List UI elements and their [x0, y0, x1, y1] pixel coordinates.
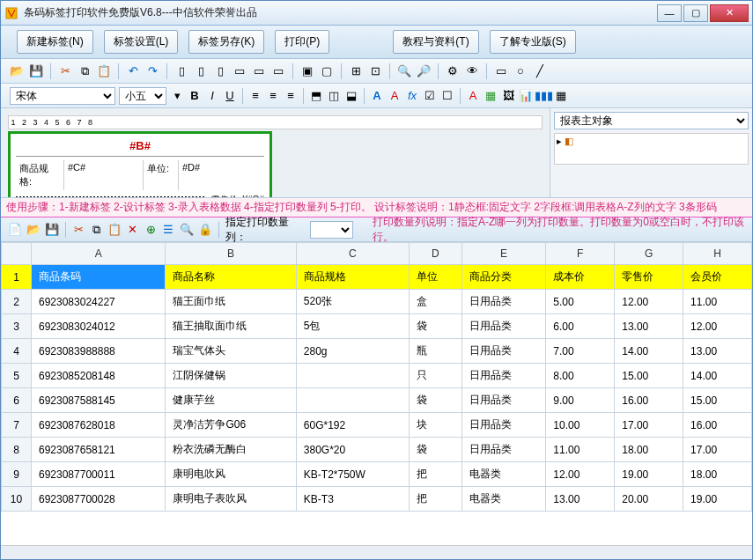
- property-tree[interactable]: ▸ ◧: [554, 133, 749, 165]
- data-cell[interactable]: 把: [409, 487, 461, 512]
- data-cell[interactable]: 只: [409, 364, 461, 388]
- data-cell[interactable]: 6923087700028: [32, 487, 166, 512]
- data-cell[interactable]: 5包: [296, 314, 409, 339]
- data-cell[interactable]: 16.00: [683, 413, 752, 438]
- data-cell[interactable]: 块: [409, 413, 461, 438]
- grid-cut-icon[interactable]: ✂: [72, 223, 85, 237]
- text-tool-icon[interactable]: A: [466, 89, 480, 103]
- row-number[interactable]: 6: [2, 388, 32, 413]
- grid-rows-icon[interactable]: ☰: [162, 223, 175, 237]
- data-cell[interactable]: 11.00: [546, 438, 615, 462]
- data-cell[interactable]: 19.00: [615, 462, 683, 487]
- table-row[interactable]: 96923087700011康明电吹风KB-T2*750W把电器类12.0019…: [2, 462, 752, 487]
- col-header[interactable]: G: [615, 243, 683, 265]
- text-align-left-icon[interactable]: ≡: [248, 89, 262, 103]
- italic-icon[interactable]: I: [205, 89, 219, 103]
- grid-icon[interactable]: ⊞: [349, 64, 363, 78]
- chart-tool-icon[interactable]: 📊: [519, 89, 533, 103]
- data-cell[interactable]: 猫王抽取面巾纸: [166, 314, 296, 339]
- line-tool-icon[interactable]: ╱: [533, 64, 547, 78]
- data-grid[interactable]: ABCDEFGH1商品条码商品名称商品规格单位商品分类成本价零售价会员价2692…: [1, 242, 752, 545]
- data-cell[interactable]: 康明电子表吹风: [166, 487, 296, 512]
- data-cell[interactable]: 6.00: [546, 314, 615, 339]
- data-cell[interactable]: 12.00: [615, 290, 683, 314]
- align-mid-icon[interactable]: ▭: [252, 64, 266, 78]
- data-cell[interactable]: 13.00: [615, 314, 683, 339]
- data-cell[interactable]: 60G*192: [296, 413, 409, 438]
- data-cell[interactable]: 6923083024012: [32, 314, 166, 339]
- table-row[interactable]: 106923087700028康明电子表吹风KB-T3把电器类13.0020.0…: [2, 487, 752, 512]
- data-cell[interactable]: 江阴保健锅: [166, 364, 296, 388]
- table-row[interactable]: 36923083024012猫王抽取面巾纸5包袋日用品类6.0013.0012.…: [2, 314, 752, 339]
- redo-icon[interactable]: ↷: [145, 64, 159, 78]
- data-cell[interactable]: 14.00: [615, 339, 683, 364]
- header-cell[interactable]: 会员价: [683, 265, 752, 290]
- data-cell[interactable]: 灵净洁芳争G06: [166, 413, 296, 438]
- data-cell[interactable]: KB-T2*750W: [296, 462, 409, 487]
- canvas[interactable]: 1 2 3 4 5 6 7 8 #B# 商品规格: #C# 单位: #D# 零售…: [1, 108, 550, 197]
- textcolor-icon[interactable]: A: [370, 89, 384, 103]
- row-number[interactable]: 3: [2, 314, 32, 339]
- data-cell[interactable]: 6923087700011: [32, 462, 166, 487]
- grid-delete-icon[interactable]: ✕: [126, 223, 139, 237]
- align-right-icon[interactable]: ▯: [213, 64, 227, 78]
- table-row[interactable]: 46923083988888瑞宝气体头280g瓶日用品类7.0014.0013.…: [2, 339, 752, 364]
- data-cell[interactable]: 6923085208148: [32, 364, 166, 388]
- data-cell[interactable]: 11.00: [683, 290, 752, 314]
- data-cell[interactable]: 10.00: [546, 413, 615, 438]
- font-family-select[interactable]: 宋体: [10, 87, 115, 105]
- data-cell[interactable]: 健康芋丝: [166, 388, 296, 413]
- row-number[interactable]: 10: [2, 487, 32, 512]
- object-selector[interactable]: 报表主对象: [554, 112, 749, 129]
- circle-tool-icon[interactable]: ○: [513, 64, 528, 78]
- row-number[interactable]: 4: [2, 339, 32, 364]
- header-cell[interactable]: 零售价: [615, 265, 683, 290]
- front-icon[interactable]: ▣: [300, 64, 314, 78]
- data-cell[interactable]: 19.00: [683, 487, 752, 512]
- data-cell[interactable]: 17.00: [683, 438, 752, 462]
- row-number[interactable]: 2: [2, 290, 32, 314]
- data-cell[interactable]: 日用品类: [461, 413, 545, 438]
- data-cell[interactable]: [296, 364, 409, 388]
- valign-bot-icon[interactable]: ⬓: [344, 89, 358, 103]
- header-cell[interactable]: 商品规格: [296, 265, 409, 290]
- chk-icon[interactable]: ☐: [440, 89, 454, 103]
- data-cell[interactable]: 380G*20: [296, 438, 409, 462]
- data-cell[interactable]: 日用品类: [461, 314, 545, 339]
- data-cell[interactable]: 瓶: [409, 339, 461, 364]
- grid-open-icon[interactable]: 📂: [26, 223, 41, 237]
- table-row[interactable]: 76923087628018灵净洁芳争G0660G*192块日用品类10.001…: [2, 413, 752, 438]
- data-cell[interactable]: 6923087658121: [32, 438, 166, 462]
- row-number[interactable]: 1: [2, 265, 32, 290]
- paste-icon[interactable]: 📋: [97, 64, 111, 78]
- undo-icon[interactable]: ↶: [126, 64, 140, 78]
- align-bot-icon[interactable]: ▭: [271, 64, 285, 78]
- preview-icon[interactable]: 👁: [465, 64, 479, 78]
- grid-paste-icon[interactable]: 📋: [107, 223, 122, 237]
- text-align-center-icon[interactable]: ≡: [266, 89, 280, 103]
- data-cell[interactable]: 6923087588145: [32, 388, 166, 413]
- snap-icon[interactable]: ⊡: [368, 64, 382, 78]
- data-cell[interactable]: 15.00: [683, 388, 752, 413]
- open-icon[interactable]: 📂: [10, 64, 24, 78]
- data-cell[interactable]: 12.00: [546, 462, 615, 487]
- col-header[interactable]: A: [32, 243, 166, 265]
- align-top-icon[interactable]: ▭: [233, 64, 247, 78]
- col-header[interactable]: H: [683, 243, 752, 265]
- bold-icon[interactable]: B: [188, 89, 202, 103]
- qr-tool-icon[interactable]: ▦: [554, 89, 568, 103]
- data-cell[interactable]: 猫王面巾纸: [166, 290, 296, 314]
- data-cell[interactable]: 粉衣洗磷无酶白: [166, 438, 296, 462]
- zoom-in-icon[interactable]: 🔍: [397, 64, 411, 78]
- data-cell[interactable]: 7.00: [546, 339, 615, 364]
- data-cell[interactable]: 电器类: [461, 487, 545, 512]
- zoom-out-icon[interactable]: 🔎: [417, 64, 431, 78]
- table-row[interactable]: 86923087658121粉衣洗磷无酶白380G*20袋日用品类11.0018…: [2, 438, 752, 462]
- new-label-button[interactable]: 新建标签(N): [17, 30, 93, 54]
- fillcolor-icon[interactable]: A: [388, 89, 402, 103]
- data-cell[interactable]: [296, 388, 409, 413]
- data-cell[interactable]: 袋: [409, 438, 461, 462]
- data-cell[interactable]: 9.00: [546, 388, 615, 413]
- copy-icon[interactable]: ⧉: [78, 64, 92, 78]
- field-tool-icon[interactable]: ▦: [484, 89, 498, 103]
